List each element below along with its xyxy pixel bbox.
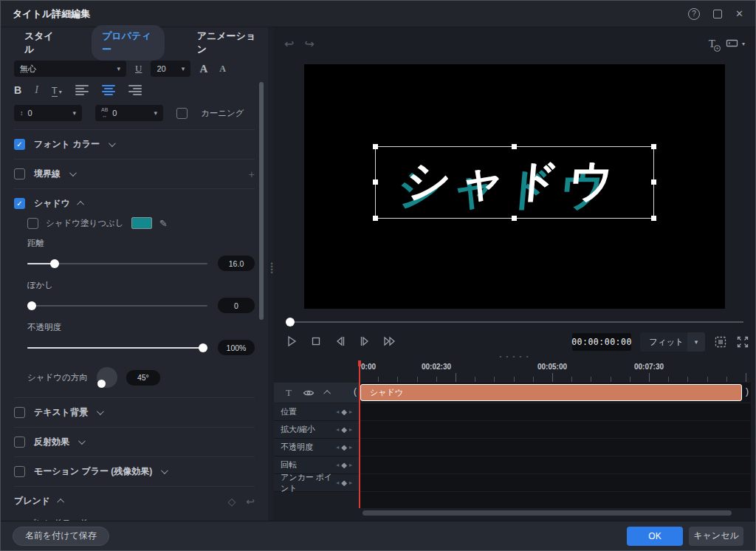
collapse-track-icon[interactable]: [323, 390, 331, 397]
keyframe-lane[interactable]: [359, 456, 751, 474]
border-checkbox[interactable]: [14, 168, 25, 179]
keyframe-diamond-icon[interactable]: ◇: [227, 496, 236, 507]
font-family-select[interactable]: 無心 ▾: [14, 61, 126, 77]
prev-keyframe-icon[interactable]: ◂: [336, 462, 339, 468]
redo-icon[interactable]: ↪: [304, 37, 314, 51]
align-center-button[interactable]: [102, 85, 115, 95]
next-keyframe-icon[interactable]: ▸: [349, 479, 352, 486]
add-keyframe-icon[interactable]: ◆: [341, 408, 347, 416]
keyframe-lane[interactable]: [359, 421, 751, 439]
slider-knob[interactable]: [27, 301, 36, 310]
timeline-ruler[interactable]: 0:00 00:02:30 00:05:00 00:07:30: [359, 360, 751, 383]
add-keyframe-icon[interactable]: ◆: [341, 425, 347, 434]
shadow-fill-checkbox[interactable]: [27, 218, 38, 229]
previous-frame-icon[interactable]: [333, 334, 348, 349]
grid-snapshot-icon[interactable]: [714, 335, 727, 349]
keyframe-lane[interactable]: [359, 474, 751, 492]
next-keyframe-icon[interactable]: ▸: [349, 444, 352, 451]
playhead[interactable]: [359, 360, 360, 508]
timeline-scrollbar[interactable]: [362, 510, 732, 516]
shadow-checkbox[interactable]: ✓: [14, 198, 25, 209]
kerning-checkbox[interactable]: [176, 108, 188, 119]
fast-forward-icon[interactable]: [382, 334, 398, 349]
slider-knob[interactable]: [199, 343, 207, 352]
undo-icon[interactable]: ↩: [284, 37, 294, 51]
blur-value[interactable]: 0: [218, 298, 255, 313]
play-icon[interactable]: [284, 334, 299, 349]
keyframe-lane[interactable]: [359, 439, 751, 456]
chevron-up-icon[interactable]: [77, 201, 84, 208]
text-orientation-button[interactable]: T▾: [52, 85, 62, 96]
ok-button[interactable]: OK: [627, 527, 683, 546]
decrease-size-button[interactable]: A: [219, 64, 226, 75]
eyedropper-icon[interactable]: ✎: [159, 218, 168, 229]
cancel-button[interactable]: キャンセル: [689, 527, 743, 546]
add-keyframe-icon[interactable]: ◆: [341, 443, 347, 451]
distance-value[interactable]: 16.0: [218, 256, 255, 271]
preview-canvas[interactable]: シャドウ: [304, 64, 725, 309]
timeline-splitter-handle[interactable]: • • • • •: [274, 355, 755, 360]
chevron-up-icon[interactable]: [57, 499, 64, 506]
close-icon[interactable]: ✕: [735, 8, 743, 19]
resize-handle[interactable]: [651, 144, 656, 149]
line-spacing-select[interactable]: ↕ 0 ▾: [14, 105, 82, 121]
letter-spacing-select[interactable]: AB ↔ 0 ▾: [95, 105, 163, 121]
resize-handle[interactable]: [373, 144, 378, 149]
seek-bar[interactable]: [286, 318, 743, 326]
save-as-button[interactable]: 名前を付けて保存: [13, 527, 109, 546]
align-left-button[interactable]: [75, 85, 89, 95]
maximize-icon[interactable]: [713, 10, 722, 18]
underline-button[interactable]: U: [135, 63, 142, 75]
panel-scrollbar[interactable]: [259, 82, 264, 320]
chevron-down-icon[interactable]: [161, 467, 168, 474]
visibility-eye-icon[interactable]: [303, 389, 315, 397]
next-keyframe-icon[interactable]: ▸: [349, 426, 352, 433]
zoom-level-select[interactable]: フィット ▾: [640, 332, 705, 352]
prev-keyframe-icon[interactable]: ◂: [336, 479, 339, 486]
add-keyframe-icon[interactable]: ◆: [341, 461, 347, 469]
shadow-opacity-slider[interactable]: [27, 343, 207, 352]
resize-handle[interactable]: [651, 216, 656, 221]
align-right-button[interactable]: [128, 85, 142, 95]
chevron-down-icon[interactable]: [97, 408, 104, 415]
prev-keyframe-icon[interactable]: ◂: [336, 408, 339, 415]
chevron-down-icon[interactable]: [109, 140, 116, 147]
prev-keyframe-icon[interactable]: ◂: [336, 426, 339, 433]
shadow-direction-dial[interactable]: [97, 367, 117, 388]
chevron-down-icon[interactable]: [69, 169, 77, 177]
timeline-clip[interactable]: シャドウ: [360, 384, 742, 401]
trim-left-handle[interactable]: (: [354, 386, 357, 397]
resize-handle[interactable]: [512, 216, 517, 221]
tab-animation[interactable]: アニメーション: [187, 25, 268, 61]
increase-size-button[interactable]: A: [199, 63, 207, 75]
font-size-select[interactable]: 20 ▾: [151, 61, 190, 77]
keyframe-lane[interactable]: [359, 403, 751, 421]
next-frame-icon[interactable]: [357, 334, 372, 349]
tab-properties[interactable]: プロパティー: [92, 25, 165, 61]
seek-knob[interactable]: [286, 318, 295, 326]
text-box-style-icon[interactable]: ▾: [726, 38, 745, 49]
distance-slider[interactable]: [27, 259, 207, 268]
italic-button[interactable]: I: [35, 84, 38, 96]
shadow-opacity-value[interactable]: 100%: [218, 340, 255, 355]
next-keyframe-icon[interactable]: ▸: [349, 462, 352, 468]
slider-knob[interactable]: [50, 259, 59, 268]
trim-right-handle[interactable]: ): [746, 386, 749, 397]
next-keyframe-icon[interactable]: ▸: [349, 408, 352, 415]
shadow-direction-value[interactable]: 45°: [126, 370, 160, 386]
reset-icon[interactable]: ↩: [246, 496, 255, 507]
motion-blur-checkbox[interactable]: [14, 466, 25, 477]
bold-button[interactable]: B: [14, 84, 21, 96]
stop-icon[interactable]: [309, 334, 323, 349]
add-text-icon[interactable]: T +: [709, 38, 715, 50]
text-selection-box[interactable]: シャドウ: [375, 146, 654, 219]
help-icon[interactable]: ?: [688, 8, 700, 20]
shadow-color-swatch[interactable]: [131, 217, 152, 229]
blur-slider[interactable]: [27, 301, 207, 310]
prev-keyframe-icon[interactable]: ◂: [336, 444, 339, 451]
add-border-icon[interactable]: +: [249, 168, 255, 180]
preview-title-text[interactable]: シャドウ: [373, 151, 656, 211]
resize-handle[interactable]: [512, 144, 517, 149]
add-keyframe-icon[interactable]: ◆: [341, 479, 347, 487]
text-background-checkbox[interactable]: [14, 407, 25, 418]
